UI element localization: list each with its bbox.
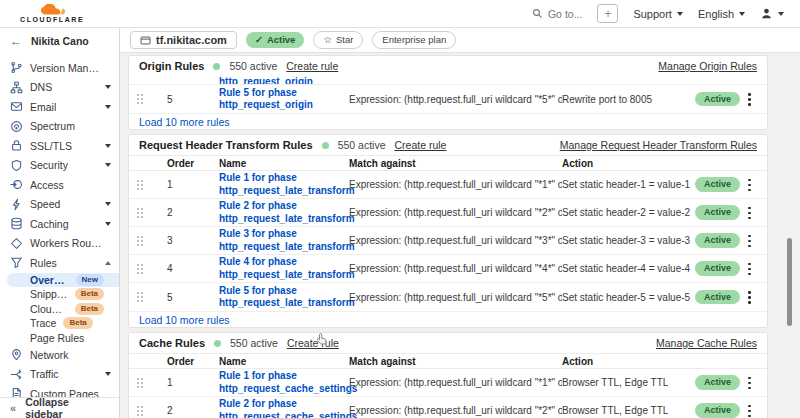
add-button[interactable]: + [597,4,618,23]
sidebar-item-dns[interactable]: DNS [0,78,119,98]
kebab-menu-icon[interactable] [742,234,756,248]
create-rule-link[interactable]: Create rule [395,139,447,151]
kebab-menu-icon[interactable] [742,178,756,192]
manage-request-header-transform-rules-link[interactable]: Manage Request Header Transform Rules [560,139,757,151]
rule-status-badge: Active [695,205,740,220]
nav-badge: Beta [63,317,92,329]
language-menu[interactable]: English [698,8,745,20]
section-title: Request Header Transform Rules [139,139,313,151]
sidebar-item-version-management[interactable]: Version Management [0,58,119,78]
collapse-sidebar-button[interactable]: « Collapse sidebar [0,397,119,418]
global-search[interactable]: Go to... [532,8,582,20]
rule-order: 4 [157,263,219,274]
sidebar-item-page-rules[interactable]: Page Rules [0,331,119,346]
user-account-menu[interactable] [760,7,784,20]
rule-match-expression: Expression: (http.request.full_uri wildc… [349,263,562,274]
rule-name-link[interactable]: Rule 1 for phasehttp_request_late_transf… [219,172,349,197]
clipped-rule-row: http_request_origin [129,76,767,85]
rule-match-expression: Expression: (http.request.full_uri wildc… [349,377,562,388]
kebab-menu-icon[interactable] [742,376,756,390]
table-row: 1 Rule 1 for phasehttp_request_cache_set… [129,369,767,397]
shield-icon [10,159,23,172]
chevron-down-icon [739,12,745,16]
sidebar-item-workers-routes[interactable]: Workers Routes [0,234,119,254]
rule-name-link[interactable]: Rule 5 for phasehttp_request_origin [219,87,349,112]
table-row: 5 Rule 5 for phasehttp_request_late_tran… [129,283,767,311]
vertical-scrollbar-thumb[interactable] [787,238,792,326]
sidebar-item-rules[interactable]: Rules [0,253,119,273]
account-header[interactable]: ← Nikita Cano [0,28,119,53]
section-header: Request Header Transform Rules 550 activ… [129,135,767,155]
kebab-menu-icon[interactable] [742,206,756,220]
rule-action: Set static header-2 = value-2 [562,207,695,218]
sidebar-item-trace[interactable]: Trace Beta [0,316,119,331]
drag-handle-icon[interactable] [137,263,145,275]
rule-name-link[interactable]: Rule 5 for phasehttp_request_late_transf… [219,285,349,310]
rule-name-link[interactable]: Rule 1 for phasehttp_request_cache_setti… [219,370,349,395]
back-arrow-icon[interactable]: ← [10,34,22,48]
rule-name-link[interactable]: Rule 4 for phasehttp_request_late_transf… [219,256,349,281]
kebab-menu-icon[interactable] [742,92,756,106]
chevron-down-icon [105,163,111,167]
sidebar-item-spectrum[interactable]: Spectrum [0,117,119,137]
cloudflare-cloud-icon [35,4,69,15]
star-button[interactable]: ☆ Star [313,31,363,48]
cache-rules-section: Cache Rules 550 active Create rule Manag… [128,332,768,418]
section-title: Origin Rules [139,60,204,72]
manage-cache-rules-link[interactable]: Manage Cache Rules [656,337,757,349]
rule-name-link[interactable]: Rule 2 for phasehttp_request_cache_setti… [219,398,349,418]
drag-handle-icon[interactable] [137,405,145,417]
rule-name-link[interactable]: Rule 2 for phasehttp_request_late_transf… [219,200,349,225]
sidebar-item-overview[interactable]: Overview New [7,273,119,288]
create-rule-link[interactable]: Create rule [286,60,338,72]
drag-handle-icon[interactable] [137,179,145,191]
sidebar-item-caching[interactable]: Caching [0,214,119,234]
column-match: Match against [349,158,562,169]
kebab-menu-icon[interactable] [742,262,756,276]
chevron-down-icon [677,12,683,16]
sidebar-item-cloud-connector[interactable]: Cloud Connector Beta [0,302,119,317]
table-row: 2 Rule 2 for phasehttp_request_cache_set… [129,397,767,418]
load-more-link[interactable]: Load 10 more rules [129,113,767,129]
kebab-menu-icon[interactable] [742,404,756,418]
manage-origin-rules-link[interactable]: Manage Origin Rules [658,60,757,72]
sidebar-item-network[interactable]: Network [0,345,119,365]
rule-name-link[interactable]: http_request_origin [219,76,349,85]
drag-handle-icon[interactable] [137,93,145,105]
rule-status-badge: Active [695,403,740,418]
language-label: English [698,8,734,20]
drag-handle-icon[interactable] [137,207,145,219]
table-column-headers: Order Name Match against Action [129,353,767,369]
rule-name-link[interactable]: Rule 3 for phasehttp_request_late_transf… [219,228,349,253]
create-rule-link[interactable]: Create rule [287,337,339,349]
rule-status-badge: Active [695,290,740,305]
sidebar-item-ssl-tls[interactable]: SSL/TLS [0,136,119,156]
sidebar-item-access[interactable]: Access [0,175,119,195]
drag-handle-icon[interactable] [137,235,145,247]
rule-order: 2 [157,405,219,416]
sidebar-item-security[interactable]: Security [0,156,119,176]
rule-action: Browser TTL, Edge TTL [562,377,695,388]
sidebar-item-speed[interactable]: Speed [0,195,119,215]
chevron-down-icon [105,85,111,89]
rule-match-expression: Expression: (http.request.full_uri wildc… [349,235,562,246]
column-order: Order [157,356,219,367]
nav-badge: Beta [75,288,104,300]
cloudflare-logo[interactable]: CLOUDFLARE [20,4,84,23]
rule-action: Set static header-3 = value-3 [562,235,695,246]
rule-action: Set static header-1 = value-1 [562,179,695,190]
rule-match-expression: Expression: (http.request.full_uri wildc… [349,292,562,303]
column-name: Name [219,356,349,367]
sidebar-item-email[interactable]: Email [0,97,119,117]
site-status-badge: ✓ Active [246,32,304,47]
chevron-down-icon [778,12,784,16]
table-row: 5 Rule 5 for phasehttp_request_origin Ex… [129,85,767,113]
sidebar-item-snippets[interactable]: Snippets Beta [0,287,119,302]
load-more-link[interactable]: Load 10 more rules [129,311,767,327]
drag-handle-icon[interactable] [137,291,145,303]
drag-handle-icon[interactable] [137,377,145,389]
kebab-menu-icon[interactable] [742,290,756,304]
domain-selector[interactable]: tf.nikitac.com [130,31,237,49]
support-menu[interactable]: Support [633,8,683,20]
sidebar-item-traffic[interactable]: Traffic [0,365,119,385]
